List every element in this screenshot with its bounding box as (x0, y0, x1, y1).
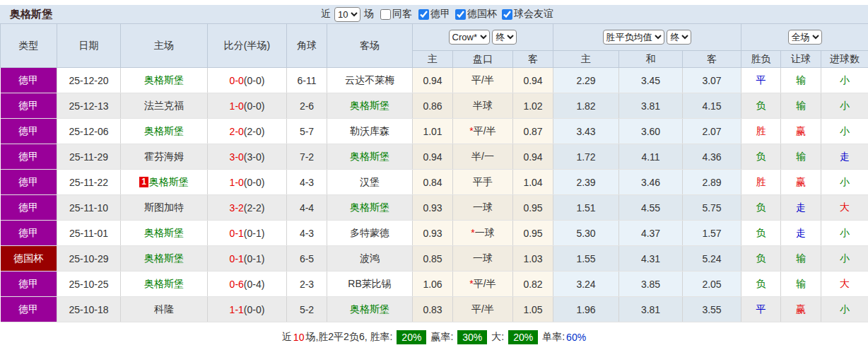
home-team-cell: 法兰克福 (121, 93, 208, 119)
fulltime-score: 2-0 (230, 126, 244, 137)
match-date: 25-10-29 (57, 246, 121, 272)
home-team-cell: 1奥格斯堡 (121, 170, 208, 195)
handicap-home-odds: 0.85 (413, 246, 453, 272)
letgoal-cell: 赢 (781, 297, 821, 322)
avg-draw-odds: 3.45 (619, 68, 683, 93)
same-away-label: 同客 (392, 8, 412, 21)
same-away-filter[interactable]: 同客 (380, 8, 412, 21)
table-row: 德甲25-10-25奥格斯堡0-6(0-4)2-3RB莱比锡1.06*平/半0.… (1, 272, 868, 297)
col-header-outcome: 胜负 (741, 51, 781, 68)
handicap-home-odds: 0.94 (413, 144, 453, 170)
away-team[interactable]: 云达不莱梅 (345, 74, 394, 86)
handicap-final-select[interactable]: 终 (492, 30, 517, 45)
away-team[interactable]: 奥格斯堡 (350, 151, 389, 162)
league-filter[interactable]: 球会友谊 (502, 8, 553, 21)
handicap-line: 平/半 (453, 68, 513, 93)
handicap-line: 一球 (453, 246, 513, 272)
score-cell: 2-0(2-0) (208, 119, 287, 144)
match-date: 25-11-22 (57, 170, 121, 195)
odds-win-rate-badge: 30% (457, 330, 487, 344)
home-team[interactable]: 奥格斯堡 (144, 227, 184, 238)
col-header-score: 比分(半场) (208, 24, 287, 68)
home-team[interactable]: 奥格斯堡 (149, 176, 189, 187)
league-filter-checkbox[interactable] (455, 9, 466, 20)
home-team-cell: 斯图加特 (121, 195, 208, 221)
filter-controls: 近 10 场 同客 德甲德国杯球会友谊 (319, 5, 555, 23)
league-badge: 德甲 (1, 272, 57, 297)
avg-draw-odds: 4.37 (619, 221, 683, 246)
summary-count: 10 (293, 332, 305, 343)
handicap-away-odds: 0.82 (513, 272, 553, 297)
recent-count-select[interactable]: 10 (334, 7, 360, 22)
league-filter[interactable]: 德甲 (418, 8, 450, 21)
handicap-change-star: * (471, 227, 474, 238)
home-team[interactable]: 科隆 (154, 303, 174, 315)
away-team[interactable]: 奥格斯堡 (350, 202, 389, 213)
home-team-cell: 奥格斯堡 (121, 119, 208, 144)
handicap-away-odds: 1.04 (513, 170, 553, 195)
handicap-line: 半球 (453, 93, 513, 119)
table-row: 德甲25-11-29霍芬海姆3-0(3-0)7-2奥格斯堡0.94半/一0.94… (1, 144, 868, 170)
goals-cell: 走 (821, 144, 868, 170)
single-rate-value: 60% (566, 332, 586, 343)
home-team[interactable]: 斯图加特 (144, 202, 184, 213)
away-team-cell: 奥格斯堡 (327, 93, 413, 119)
rank-badge: 1 (139, 177, 148, 187)
corner-cell: 5-2 (287, 297, 327, 322)
home-team[interactable]: 法兰克福 (144, 100, 184, 111)
same-away-checkbox[interactable] (380, 9, 391, 20)
col-header-odds-away: 客 (513, 51, 553, 68)
league-filter-checkbox[interactable] (502, 9, 512, 20)
avg-odds-select[interactable]: 胜平负均值 (603, 30, 664, 45)
avg-draw-odds: 3.81 (619, 297, 683, 322)
handicap-away-odds: 0.95 (513, 221, 553, 246)
away-team[interactable]: 汉堡 (360, 176, 380, 187)
match-date: 25-11-10 (57, 195, 121, 221)
match-date: 25-11-29 (57, 144, 121, 170)
home-team[interactable]: 奥格斯堡 (144, 125, 184, 136)
home-team[interactable]: 霍芬海姆 (144, 151, 184, 162)
handicap-away-odds: 1.02 (513, 93, 553, 119)
avg-draw-odds: 3.85 (619, 272, 683, 297)
away-team[interactable]: 多特蒙德 (350, 227, 389, 238)
letgoal-cell: 赢 (781, 119, 821, 144)
away-team[interactable]: 勒沃库森 (350, 125, 389, 136)
table-row: 德甲25-11-01奥格斯堡0-1(0-1)4-3多特蒙德0.93*一球0.95… (1, 221, 868, 246)
avg-away-odds: 4.15 (683, 93, 741, 119)
league-badge: 德甲 (1, 297, 57, 322)
table-row: 德甲25-12-20奥格斯堡0-0(0-0)6-11云达不莱梅0.94平/半0.… (1, 68, 868, 93)
match-date: 25-10-18 (57, 297, 121, 322)
away-team[interactable]: 奥格斯堡 (350, 100, 389, 111)
big-rate-badge: 20% (508, 330, 538, 344)
scope-select[interactable]: 全场 (788, 30, 822, 45)
avg-final-select[interactable]: 终 (667, 30, 691, 45)
odds-company-select[interactable]: Crow* (449, 30, 490, 45)
big-label: 大: (491, 331, 504, 344)
match-date: 25-11-01 (57, 221, 121, 246)
home-team[interactable]: 奥格斯堡 (144, 252, 184, 264)
goals-cell: 小 (821, 119, 868, 144)
avg-draw-odds: 3.60 (619, 119, 683, 144)
near-label: 近 (321, 8, 331, 21)
league-badge: 德甲 (1, 68, 57, 93)
home-team[interactable]: 奥格斯堡 (144, 278, 184, 289)
avg-home-odds: 1.96 (553, 297, 619, 322)
away-team-cell: 勒沃库森 (327, 119, 413, 144)
league-filter[interactable]: 德国杯 (455, 8, 497, 21)
league-filter-checkbox[interactable] (418, 9, 429, 20)
away-team[interactable]: 奥格斯堡 (350, 303, 389, 315)
corner-cell: 4-3 (287, 170, 327, 195)
handicap-home-odds: 0.86 (413, 93, 453, 119)
score-cell: 0-6(0-4) (208, 272, 287, 297)
avg-draw-odds: 4.31 (619, 246, 683, 272)
away-team[interactable]: 波鸿 (360, 252, 380, 264)
goals-cell: 小 (821, 246, 868, 272)
col-header-avg-home: 主 (553, 51, 619, 68)
away-team[interactable]: RB莱比锡 (348, 278, 391, 289)
handicap-odds-group-header: Crow* 终 (413, 24, 553, 51)
avg-home-odds: 5.30 (553, 221, 619, 246)
handicap-home-odds: 0.93 (413, 221, 453, 246)
col-header-date: 日期 (57, 24, 121, 68)
league-filter-label: 球会友谊 (514, 8, 553, 21)
home-team[interactable]: 奥格斯堡 (144, 74, 184, 86)
